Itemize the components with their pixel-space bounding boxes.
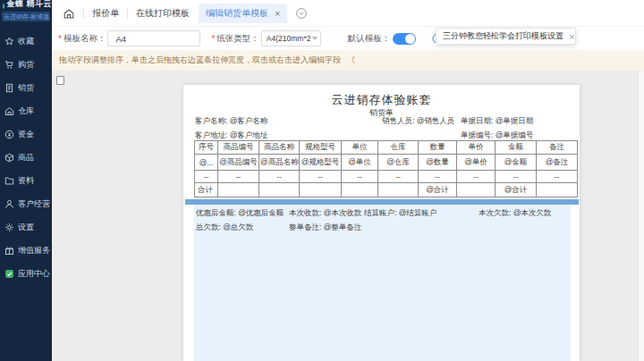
field-value: @总欠款 [223, 222, 253, 231]
tab-online-print-template[interactable]: 在线打印模板 [136, 7, 190, 20]
sidebar-item-customer[interactable]: 客户经营 [0, 192, 52, 215]
table-cell[interactable] [457, 183, 496, 197]
sidebar-item-value-added[interactable]: 增值服务 [0, 239, 52, 262]
paper-type-select[interactable]: A4(210mm*297n [261, 30, 321, 46]
app-center-icon [4, 269, 14, 279]
template-name-input[interactable]: A4 [107, 30, 200, 46]
table-cell[interactable]: @数量 [419, 155, 457, 171]
table-cell[interactable]: 合计 [195, 183, 218, 197]
table-cell[interactable]: -- [496, 171, 537, 183]
table-cell[interactable] [259, 183, 300, 197]
sidebar-item-label: 客户经营 [18, 198, 50, 210]
close-icon[interactable]: × [275, 9, 280, 18]
col-header[interactable]: 规格型号 [300, 141, 342, 155]
table-cell[interactable] [218, 183, 259, 197]
table-cell[interactable]: -- [378, 171, 419, 183]
goods-icon [4, 153, 14, 163]
field-total-debt[interactable]: 总欠款: @总欠款 [196, 222, 253, 233]
warehouse-icon [4, 106, 14, 116]
table-cell[interactable]: -- [259, 171, 300, 183]
field-salesperson[interactable]: 销售人员: @销售人员 [382, 116, 454, 127]
col-header[interactable]: 仓库 [378, 141, 419, 155]
field-bill-date[interactable]: 单据日期: @单据日期 [461, 116, 533, 127]
field-value: @整单备注 [324, 222, 362, 231]
required-mark: * [211, 34, 215, 44]
field-label: 本次欠款: [479, 208, 513, 217]
toggle-knob [405, 34, 415, 44]
tab-edit-sales-template[interactable]: 编辑销货单模板 × [199, 4, 287, 23]
scrollbar[interactable] [638, 71, 644, 361]
table-cell[interactable] [300, 183, 342, 197]
field-received-amount[interactable]: 本次收款: @本次收款 [289, 208, 361, 219]
account-set-title[interactable]: 云进销存体验账套 [183, 92, 580, 108]
template-canvas: 云进销存体验账套 销货单 客户名称: @客户名称 销售人员: @销售人员 单据日… [52, 71, 644, 361]
field-order-remark[interactable]: 整单备注: @整单备注 [289, 222, 361, 233]
sidebar-item-label: 资金 [18, 129, 34, 140]
col-header[interactable]: 备注 [537, 141, 578, 155]
field-value: @销售人员 [417, 116, 455, 125]
table-cell[interactable]: @仓库 [378, 155, 419, 171]
app-window: 金蝶 精斗云 云进销存-标准版 收藏 购货 销货 仓库 资金 [0, 0, 644, 361]
sidebar-item-label: 仓库 [18, 105, 34, 117]
table-cell[interactable]: -- [457, 171, 496, 183]
table-cell[interactable]: -- [537, 171, 578, 183]
table-cell[interactable]: @单位 [342, 155, 378, 171]
sidebar-item-warehouse[interactable]: 仓库 [0, 99, 52, 122]
table-cell[interactable]: @合计 [419, 183, 457, 197]
table-cell[interactable]: -- [419, 171, 457, 183]
col-header[interactable]: 商品编号 [218, 141, 259, 155]
sidebar-item-sales[interactable]: 销货 [0, 76, 52, 99]
table-cell[interactable]: @商品编号 [218, 155, 259, 171]
table-cell[interactable]: @商品名称 [259, 155, 300, 171]
field-value: @本次欠款 [513, 208, 552, 217]
table-cell[interactable]: @合计 [496, 183, 537, 197]
page-thumbnail-icon[interactable] [56, 76, 64, 85]
table-cell[interactable] [342, 183, 378, 197]
close-icon[interactable]: × [569, 31, 574, 42]
cart-icon [4, 60, 14, 70]
sidebar-item-funds[interactable]: 资金 [0, 122, 52, 146]
sidebar-item-data[interactable]: 资料 [0, 169, 52, 192]
sidebar-item-label: 商品 [18, 152, 34, 164]
home-icon[interactable] [63, 7, 75, 20]
table-total-row: 合计 @合计 @合计 [195, 183, 578, 197]
field-label: 总欠款: [196, 222, 223, 231]
table-cell[interactable]: @单价 [457, 155, 496, 171]
table-cell[interactable]: @规格型号 [300, 155, 342, 171]
col-header[interactable]: 金额 [496, 141, 537, 155]
field-current-debt[interactable]: 本次欠款: @本次欠款 [479, 208, 551, 219]
table-cell[interactable]: @金额 [496, 155, 537, 171]
sidebar-item-label: 资料 [18, 175, 34, 187]
default-template-toggle[interactable] [393, 33, 416, 45]
brand: 金蝶 精斗云 [0, 0, 52, 10]
table-cell[interactable]: -- [300, 171, 342, 183]
table-field-row: @... @商品编号 @商品名称 @规格型号 @单位 @仓库 @数量 @单价 @… [195, 155, 578, 171]
field-settlement-account[interactable]: 结算账户: @结算账户 [364, 208, 436, 219]
table-cell[interactable]: @... [195, 155, 218, 171]
table-cell[interactable] [378, 183, 419, 197]
field-value: @结算账户 [399, 208, 437, 217]
star-icon [4, 37, 14, 46]
sidebar-item-settings[interactable]: 设置 [0, 215, 52, 239]
field-discounted-amount[interactable]: 优惠后金额: @优惠后金额 [196, 208, 284, 219]
table-cell[interactable]: @备注 [537, 155, 578, 171]
table-cell[interactable]: -- [195, 171, 218, 183]
sidebar-item-favorites[interactable]: 收藏 [0, 29, 52, 53]
table-cell[interactable]: -- [342, 171, 378, 183]
sidebar-item-purchase[interactable]: 购货 [0, 53, 52, 76]
tab-quotation[interactable]: 报价单 [92, 7, 119, 20]
divider [127, 8, 128, 19]
sidebar-item-goods[interactable]: 商品 [0, 146, 52, 169]
field-label: 结算账户: [364, 208, 399, 217]
col-header[interactable]: 序号 [195, 141, 218, 155]
tabs-more-button[interactable] [295, 7, 308, 20]
table-cell[interactable] [537, 183, 578, 197]
table-cell[interactable]: -- [218, 171, 259, 183]
hint-collapse-button[interactable]: 《 [347, 55, 355, 66]
col-header[interactable]: 商品名称 [259, 141, 300, 155]
col-header[interactable]: 数量 [419, 141, 457, 155]
sidebar-item-app-center[interactable]: 应用中心 [0, 262, 52, 285]
col-header[interactable]: 单价 [457, 141, 496, 155]
col-header[interactable]: 单位 [342, 141, 378, 155]
field-customer-name[interactable]: 客户名称: @客户名称 [195, 116, 267, 127]
